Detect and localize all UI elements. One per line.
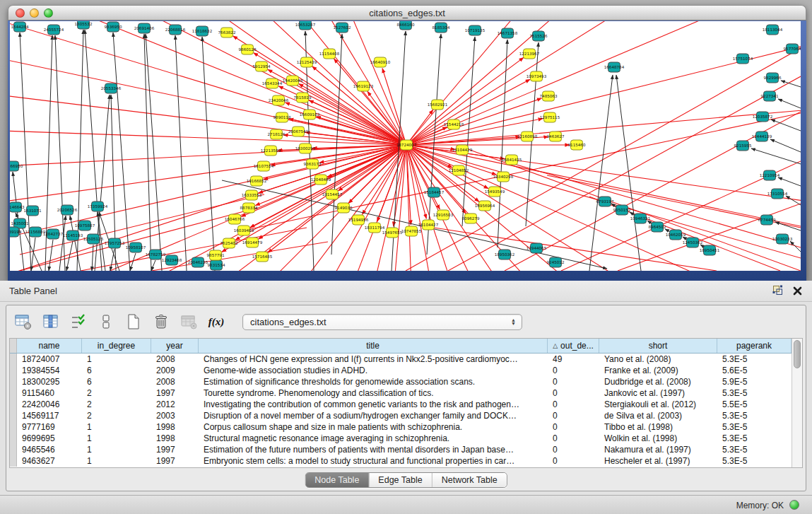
graph-edge-red[interactable] [406, 145, 801, 271]
table-cell[interactable]: 9463627 [17, 455, 82, 467]
graph-node-teal[interactable]: 17310554 [767, 189, 788, 199]
graph-edge-black[interactable] [66, 241, 73, 271]
graph-node-teal[interactable]: 10653287 [295, 21, 316, 30]
table-cell[interactable]: 0 [548, 365, 599, 376]
table-cell[interactable]: Estimation of the future numbers of pati… [199, 444, 548, 455]
graph-node-yellow[interactable]: 20067549 [288, 127, 309, 136]
graph-node-teal[interactable]: 22068816 [165, 25, 186, 35]
graph-node-teal[interactable]: 9245012 [547, 257, 565, 267]
show-columns-icon[interactable] [41, 312, 61, 332]
graph-edge-red[interactable] [250, 145, 406, 228]
graph-node-yellow[interactable]: 16609103 [300, 110, 320, 119]
table-cell[interactable]: 5.3E-5 [717, 354, 792, 365]
graph-node-teal[interactable]: 20046235 [188, 257, 208, 267]
table-cell[interactable]: 0 [548, 444, 599, 455]
graph-node-teal[interactable]: 10719135 [465, 25, 486, 35]
graph-edge-red[interactable] [406, 48, 801, 271]
graph-node-teal[interactable]: 8215955 [734, 141, 752, 151]
graph-edge-black[interactable] [331, 34, 342, 255]
table-cell[interactable]: 1 [82, 354, 151, 365]
graph-edge-black[interactable] [110, 249, 114, 271]
graph-node-yellow[interactable]: 11154408 [319, 49, 340, 59]
table-cell[interactable]: 1 [82, 455, 151, 467]
graph-node-yellow[interactable]: 8096279 [462, 214, 480, 223]
graph-edge-red[interactable] [362, 145, 406, 214]
graph-node-yellow[interactable]: 8878334 [240, 203, 258, 213]
graph-edge-black[interactable] [92, 245, 93, 271]
graph-node-teal[interactable]: 9577064 [784, 44, 801, 54]
table-cell[interactable]: 9777169 [17, 421, 82, 433]
table-cell[interactable]: 0 [548, 399, 599, 410]
column-checklist-icon[interactable] [69, 312, 88, 332]
table-row[interactable]: 2242004622012Investigating the contribut… [10, 399, 792, 410]
column-header-in_degree[interactable]: in_degree [82, 339, 151, 353]
graph-edge-black[interactable] [202, 37, 215, 271]
graph-edge-red[interactable] [406, 145, 801, 271]
graph-node-teal[interactable]: 8466160 [397, 21, 415, 30]
graph-edge-black[interactable] [222, 180, 607, 269]
scrollbar-thumb[interactable] [794, 340, 801, 368]
table-cell[interactable]: 1998 [151, 433, 199, 444]
vertical-scrollbar[interactable] [792, 339, 802, 467]
graph-edge-red[interactable] [406, 21, 801, 145]
graph-node-yellow[interactable]: 9463627 [547, 132, 565, 141]
graph-node-yellow[interactable]: 12975115 [540, 112, 560, 122]
graph-node-teal[interactable]: 14671358 [498, 28, 518, 38]
table-cell[interactable]: 18724007 [17, 354, 82, 365]
table-cell[interactable]: Investigating the contribution of common… [199, 399, 548, 410]
graph-node-yellow[interactable]: 10340298 [493, 172, 514, 182]
graph-node-yellow[interactable]: 15716485 [252, 252, 273, 262]
graph-edge-black[interactable] [778, 177, 801, 186]
column-header-name[interactable]: name [17, 339, 82, 353]
graph-node-yellow[interactable]: 12213589 [261, 146, 281, 156]
graph-node-teal[interactable]: 1805532 [75, 21, 93, 29]
delete-column-icon[interactable] [151, 312, 171, 332]
graph-node-teal[interactable]: 2146643 [10, 202, 25, 212]
table-cell[interactable]: 0 [548, 376, 599, 387]
graph-node-teal[interactable]: 25266950 [10, 161, 23, 171]
graph-edge-black[interactable] [770, 139, 801, 152]
table-cell[interactable]: Embryonic stem cells: a model to study s… [199, 455, 548, 467]
table-cell[interactable]: Changes of HCN gene expression and I(f) … [199, 354, 548, 365]
table-cell[interactable]: Jankovic et al. (1997) [599, 387, 717, 399]
table-cell[interactable]: 9465546 [17, 444, 82, 455]
table-cell[interactable]: 9115460 [17, 387, 82, 399]
graph-edge-red[interactable] [406, 145, 801, 271]
graph-node-teal[interactable]: 1527602 [334, 23, 351, 33]
graph-node-yellow[interactable]: 7485063 [540, 91, 558, 101]
graph-node-teal[interactable]: 17957253 [105, 238, 125, 248]
table-cell[interactable]: 2 [82, 410, 151, 421]
graph-node-teal[interactable]: 6774459 [758, 215, 776, 225]
graph-node-teal[interactable]: 10030233 [772, 234, 793, 244]
table-row[interactable]: 977716911998Corpus callosum shape and si… [10, 421, 792, 433]
graph-node-teal[interactable]: 9831534 [208, 260, 225, 270]
float-panel-icon[interactable] [772, 285, 783, 298]
graph-node-teal[interactable]: 1644284 [11, 22, 29, 32]
table-cell[interactable]: 6 [82, 376, 151, 387]
table-cell[interactable]: Estimation of significance thresholds fo… [199, 376, 548, 387]
graph-edge-red[interactable] [406, 145, 801, 271]
graph-node-yellow[interactable]: 12213967 [519, 49, 540, 59]
graph-node-teal[interactable]: 9227341 [761, 91, 779, 101]
table-row[interactable]: 911546021997Tourette syndrome. Phenomeno… [10, 387, 792, 399]
table-cell[interactable]: Tibbo et al. (1998) [599, 421, 717, 433]
table-cell[interactable]: 0 [548, 433, 599, 444]
graph-edge-red[interactable] [406, 145, 801, 271]
column-header-out_de[interactable]: △out_de... [548, 339, 599, 353]
table-cell[interactable]: 2008 [151, 354, 199, 365]
table-row[interactable]: 1830029562008Estimation of significance … [10, 376, 792, 387]
table-row[interactable]: 1872400712008Changes of HCN gene express… [10, 354, 792, 365]
table-cell[interactable]: 14569117 [17, 410, 82, 421]
new-column-icon[interactable] [124, 312, 143, 332]
graph-node-yellow[interactable]: 7815819 [294, 93, 312, 103]
table-cell[interactable]: Hescheler et al. (1997) [599, 455, 717, 467]
graph-edge-black[interactable] [790, 241, 801, 252]
window-titlebar[interactable]: citations_edges.txt [8, 5, 806, 21]
graph-edge-black[interactable] [49, 240, 53, 271]
graph-edge-red[interactable] [406, 65, 801, 145]
graph-edge-red[interactable] [406, 21, 801, 145]
tab-node-table[interactable]: Node Table [305, 473, 368, 487]
graph-node-teal[interactable]: 1631071 [24, 206, 42, 216]
graph-node-yellow[interactable]: 16333553 [242, 190, 262, 200]
graph-edge-red[interactable] [406, 145, 801, 271]
